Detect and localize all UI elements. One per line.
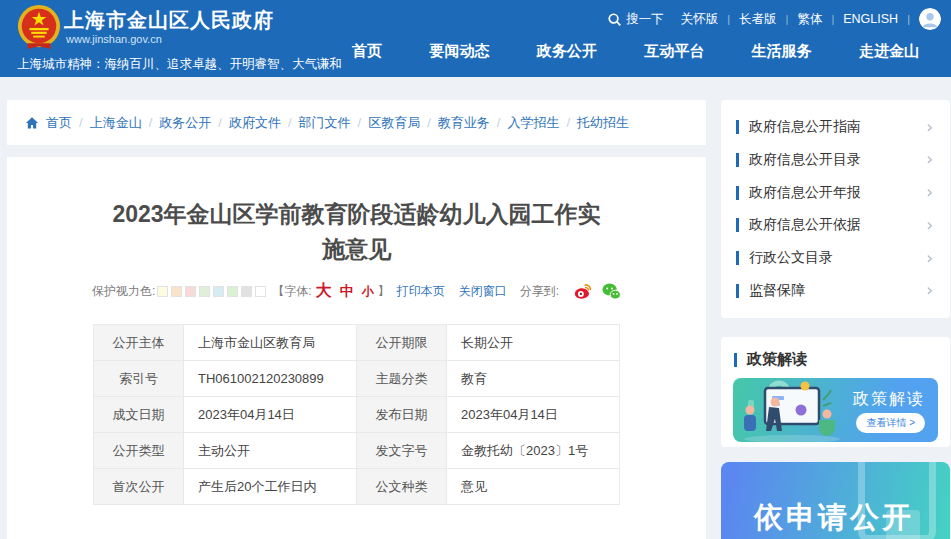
divider: | [786, 13, 789, 25]
share-to-label: 分享到: [520, 283, 559, 300]
close-window-button[interactable]: 关闭窗口 [459, 283, 507, 300]
search-icon [607, 12, 622, 27]
nav-interaction[interactable]: 互动平台 [644, 42, 704, 61]
color-swatch[interactable] [157, 286, 168, 297]
breadcrumb-item[interactable]: 区教育局 [368, 114, 420, 132]
table-row: 索引号 TH061002120230899 主题分类 教育 [94, 361, 620, 397]
table-row: 公开主体 上海市金山区教育局 公开期限 长期公开 [94, 325, 620, 361]
sidebar-item-basis[interactable]: 政府信息公开依据 › [721, 211, 950, 239]
accent-bar [736, 218, 739, 232]
wechat-icon[interactable] [602, 282, 621, 301]
person-icon [919, 8, 941, 30]
breadcrumb-item[interactable]: 政务公开 [159, 114, 211, 132]
meta-value: 教育 [447, 361, 620, 397]
font-size-large-button[interactable]: 大 [316, 281, 332, 302]
breadcrumb-item[interactable]: 政府文件 [229, 114, 281, 132]
chevron-right-icon: › [926, 250, 933, 267]
site-url: www.jinshan.gov.cn [66, 33, 162, 45]
breadcrumb-separator: / [149, 115, 153, 130]
meta-value: 金教托幼〔2023〕1号 [447, 433, 620, 469]
table-row: 成文日期 2023年04月14日 发布日期 2023年04月14日 [94, 397, 620, 433]
city-spirit-slogan: 上海城市精神：海纳百川、追求卓越、开明睿智、大气谦和 [17, 56, 342, 73]
meta-label: 公开主体 [94, 325, 184, 361]
breadcrumb-current: 托幼招生 [577, 114, 629, 132]
sidebar-item-annual-report[interactable]: 政府信息公开年报 › [721, 179, 950, 207]
accent-bar [736, 186, 739, 200]
sidebar-item-label: 政府信息公开目录 [749, 151, 926, 169]
meta-value: 主动公开 [184, 433, 357, 469]
policy-banner[interactable]: 政策解读 查看详情 > [733, 378, 938, 442]
main-navigation: 首页 要闻动态 政务公开 互动平台 生活服务 走进金山 [352, 42, 919, 61]
font-size-small-button[interactable]: 小 [362, 283, 374, 300]
nav-life-services[interactable]: 生活服务 [752, 42, 812, 61]
accent-bar [736, 153, 739, 167]
font-size-label-close: 】 [378, 283, 390, 300]
national-emblem-icon [16, 3, 62, 51]
chevron-right-icon: › [926, 151, 933, 168]
sidebar-item-supervision[interactable]: 监督保障 › [721, 277, 950, 305]
header-utility-bar: 搜一下 关怀版 | 长者版 | 繁体 | ENGLISH | [607, 8, 941, 30]
breadcrumb-separator: / [497, 115, 501, 130]
print-page-button[interactable]: 打印本页 [397, 283, 445, 300]
site-title: 上海市金山区人民政府 [64, 7, 274, 34]
elder-version-link[interactable]: 长者版 [739, 11, 777, 28]
meta-value: 产生后20个工作日内 [184, 469, 357, 505]
home-icon [25, 116, 39, 130]
breadcrumb-item[interactable]: 入学招生 [507, 114, 559, 132]
user-avatar[interactable] [919, 8, 941, 30]
traditional-chinese-link[interactable]: 繁体 [797, 11, 822, 28]
sidebar-item-official-docs[interactable]: 行政公文目录 › [721, 244, 950, 272]
request-disclosure-card[interactable]: 依申请公开 [721, 462, 950, 539]
nav-news[interactable]: 要闻动态 [429, 42, 489, 61]
document-meta-table: 公开主体 上海市金山区教育局 公开期限 长期公开 索引号 TH061002120… [93, 324, 620, 505]
breadcrumb: 首页 / 上海金山 / 政务公开 / 政府文件 / 部门文件 / 区教育局 / … [7, 100, 706, 145]
divider: | [727, 13, 730, 25]
breadcrumb-separator: / [427, 115, 431, 130]
meta-label: 公开类型 [94, 433, 184, 469]
color-swatch[interactable] [199, 286, 210, 297]
color-swatch[interactable] [185, 286, 196, 297]
search-label: 搜一下 [626, 11, 664, 28]
divider: | [907, 13, 910, 25]
nav-gov-affairs[interactable]: 政务公开 [537, 42, 597, 61]
weibo-icon[interactable] [573, 282, 592, 301]
sidebar-item-label: 政府信息公开年报 [749, 184, 926, 202]
sidebar-item-label: 监督保障 [749, 282, 926, 300]
sidebar-item-label: 政府信息公开指南 [749, 118, 926, 136]
font-size-label-open: 【字体: [272, 283, 311, 300]
meta-value: TH061002120230899 [184, 361, 357, 397]
english-link[interactable]: ENGLISH [843, 12, 898, 26]
color-swatch[interactable] [227, 286, 238, 297]
gov-info-links-card: 政府信息公开指南 › 政府信息公开目录 › 政府信息公开年报 › 政府信息公开依… [721, 100, 950, 318]
search-button[interactable]: 搜一下 [607, 11, 664, 28]
color-swatch[interactable] [213, 286, 224, 297]
meta-label: 发文字号 [357, 433, 447, 469]
chevron-right-icon: › [926, 119, 933, 136]
meta-value: 2023年04月14日 [184, 397, 357, 433]
view-details-button[interactable]: 查看详情 > [856, 413, 925, 433]
color-swatch[interactable] [255, 286, 266, 297]
nav-about-jinshan[interactable]: 走进金山 [859, 42, 919, 61]
nav-home[interactable]: 首页 [352, 42, 382, 61]
accessible-version-link[interactable]: 关怀版 [681, 11, 719, 28]
breadcrumb-home[interactable]: 首页 [46, 114, 72, 132]
policy-section-title: 政策解读 [747, 350, 807, 369]
font-size-medium-button[interactable]: 中 [340, 283, 354, 301]
sidebar-item-catalog[interactable]: 政府信息公开目录 › [721, 146, 950, 174]
accent-bar [736, 120, 739, 134]
breadcrumb-item[interactable]: 部门文件 [299, 114, 351, 132]
color-swatch[interactable] [171, 286, 182, 297]
chevron-right-icon: › [926, 282, 933, 299]
breadcrumb-item[interactable]: 上海金山 [90, 114, 142, 132]
accent-bar [734, 353, 737, 367]
policy-section-header: 政策解读 [721, 337, 950, 369]
breadcrumb-separator: / [358, 115, 362, 130]
article-card: 2023年金山区学前教育阶段适龄幼儿入园工作实施意见 保护视力色: 【字体: 大… [7, 157, 706, 539]
color-swatch[interactable] [241, 286, 252, 297]
breadcrumb-item[interactable]: 教育业务 [438, 114, 490, 132]
meta-label: 主题分类 [357, 361, 447, 397]
accent-bar [736, 251, 739, 265]
request-disclosure-title: 依申请公开 [754, 498, 914, 538]
breadcrumb-separator: / [566, 115, 570, 130]
sidebar-item-guide[interactable]: 政府信息公开指南 › [721, 113, 950, 141]
